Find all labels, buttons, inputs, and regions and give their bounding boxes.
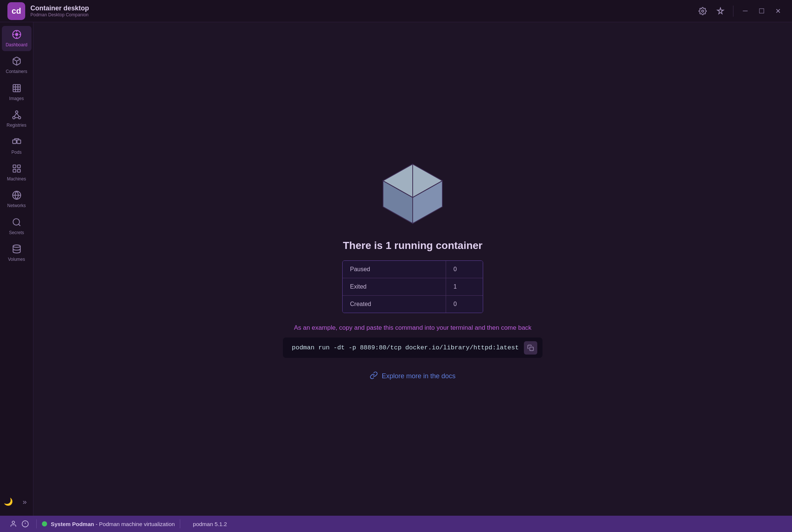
secrets-icon [12, 217, 22, 229]
copy-command-button[interactable] [524, 341, 537, 355]
main-heading: There is 1 running container [343, 240, 483, 252]
app-subtitle: Podman Desktop Companion [30, 12, 89, 17]
pods-icon [12, 137, 22, 148]
sidebar-item-machines[interactable]: Machines [2, 160, 32, 185]
sidebar-item-images[interactable]: Images [2, 80, 32, 105]
sidebar-item-secrets[interactable]: Secrets [2, 214, 32, 239]
sidebar-item-label: Volumes [8, 257, 25, 262]
networks-icon [12, 190, 22, 202]
table-row: Paused 0 [343, 261, 483, 278]
status-table: Paused 0 Exited 1 Created 0 [342, 260, 483, 313]
svg-rect-25 [17, 165, 20, 168]
titlebar-controls: ─ ☐ ✕ [695, 4, 785, 19]
svg-rect-27 [17, 169, 20, 172]
svg-point-41 [12, 521, 15, 524]
statusbar-system-name: System Podman - Podman machine virtualiz… [51, 521, 175, 527]
machines-icon [12, 164, 22, 175]
svg-point-15 [18, 117, 21, 119]
main-layout: Dashboard Containers [0, 22, 792, 516]
registries-icon [12, 110, 22, 121]
svg-line-31 [19, 224, 20, 226]
titlebar-separator [733, 6, 733, 17]
sidebar-item-registries[interactable]: Registries [2, 106, 32, 132]
status-value-paused: 0 [446, 261, 483, 278]
status-indicator-green [42, 521, 47, 526]
svg-rect-19 [13, 140, 16, 143]
sidebar-item-label: Containers [6, 69, 27, 74]
sidebar: Dashboard Containers [0, 22, 33, 516]
containers-icon [12, 56, 22, 67]
cube-illustration [376, 157, 450, 232]
svg-point-14 [13, 117, 15, 119]
sidebar-item-dashboard[interactable]: Dashboard [2, 26, 32, 51]
sidebar-item-label: Networks [7, 203, 26, 208]
link-icon [370, 371, 378, 381]
svg-point-32 [13, 245, 20, 247]
sidebar-item-label: Dashboard [6, 42, 27, 47]
svg-rect-26 [13, 169, 16, 172]
svg-line-16 [14, 113, 16, 117]
maximize-button[interactable]: ☐ [755, 4, 768, 18]
svg-rect-40 [530, 347, 534, 350]
minimize-button[interactable]: ─ [739, 4, 752, 18]
sidebar-bottom: 🌙 » [2, 495, 32, 512]
svg-point-30 [13, 219, 19, 225]
table-row: Created 0 [343, 296, 483, 313]
svg-rect-8 [13, 84, 20, 92]
statusbar: System Podman - Podman machine virtualiz… [0, 516, 792, 532]
docs-link-text: Explore more in the docs [382, 372, 455, 380]
sidebar-item-label: Images [9, 96, 24, 101]
extensions-button[interactable] [713, 4, 728, 19]
command-text: podman run -dt -p 8889:80/tcp docker.io/… [292, 344, 519, 351]
statusbar-separator-2 [180, 519, 180, 528]
status-label-paused: Paused [343, 261, 446, 278]
status-value-created: 0 [446, 296, 483, 313]
settings-button[interactable] [695, 4, 710, 19]
sidebar-item-networks[interactable]: Networks [2, 187, 32, 212]
app-title: Container desktop [30, 4, 89, 12]
status-value-exited: 1 [446, 278, 483, 295]
volumes-icon [12, 244, 22, 255]
statusbar-separator [36, 519, 37, 528]
sidebar-item-label: Secrets [9, 230, 24, 235]
sidebar-item-volumes[interactable]: Volumes [2, 240, 32, 266]
docs-link[interactable]: Explore more in the docs [370, 371, 455, 381]
svg-point-13 [15, 111, 18, 113]
sidebar-item-label: Machines [7, 176, 26, 182]
svg-rect-24 [13, 165, 16, 168]
svg-point-2 [15, 33, 18, 36]
titlebar: cd Container desktop Podman Desktop Comp… [0, 0, 792, 22]
status-label-created: Created [343, 296, 446, 313]
svg-point-0 [702, 10, 704, 12]
status-label-exited: Exited [343, 278, 446, 295]
sidebar-item-label: Pods [11, 150, 22, 155]
statusbar-version: podman 5.1.2 [193, 521, 227, 527]
close-button[interactable]: ✕ [771, 4, 785, 18]
titlebar-text: Container desktop Podman Desktop Compani… [30, 4, 89, 17]
sidebar-item-containers[interactable]: Containers [2, 53, 32, 78]
statusbar-user-icon[interactable] [7, 518, 19, 530]
sidebar-item-label: Registries [7, 123, 26, 128]
example-text: As an example, copy and paste this comma… [294, 324, 532, 332]
svg-line-17 [17, 113, 19, 117]
sidebar-item-pods[interactable]: Pods [2, 133, 32, 159]
statusbar-info-icon[interactable] [19, 518, 31, 530]
theme-toggle-button[interactable]: 🌙 [2, 495, 15, 508]
images-icon [12, 83, 22, 94]
content-area: There is 1 running container Paused 0 Ex… [33, 22, 792, 516]
table-row: Exited 1 [343, 278, 483, 296]
command-block: podman run -dt -p 8889:80/tcp docker.io/… [283, 338, 542, 358]
dashboard-icon [12, 30, 22, 41]
expand-sidebar-button[interactable]: » [18, 495, 32, 508]
svg-rect-20 [17, 140, 21, 143]
app-logo: cd [7, 2, 25, 20]
